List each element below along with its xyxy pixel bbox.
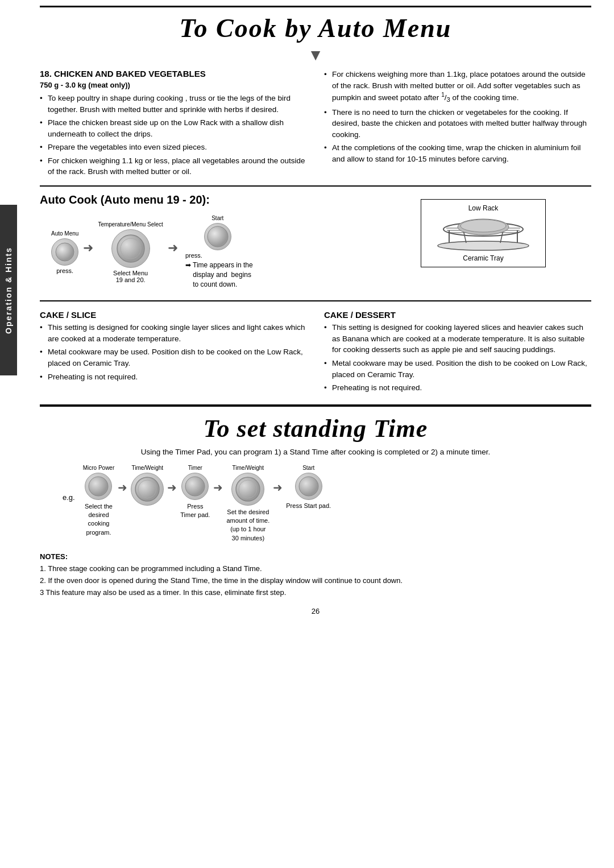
step-temp-menu: Temperature/Menu Select Se bbox=[98, 221, 163, 283]
standing-arrow3-icon: ➜ bbox=[213, 481, 223, 494]
list-item: This setting is designed for cooking sin… bbox=[40, 322, 307, 344]
chicken-col-left: 18. CHICKEN AND BAKED VEGETABLES 750 g -… bbox=[40, 69, 307, 180]
standing-arrow2-icon: ➜ bbox=[167, 481, 177, 494]
standing-arrow1-icon: ➜ bbox=[118, 481, 127, 494]
step3-label-bottom: press. bbox=[185, 252, 202, 259]
step-start: Start press. ➡ bbox=[182, 215, 253, 289]
standing-step4: Time/Weight Set the desiredamount of tim… bbox=[226, 465, 269, 543]
eg-label: e.g. bbox=[63, 465, 75, 502]
note-3: 3 This feature may also be used as a tim… bbox=[40, 587, 591, 599]
list-item: There is no need to turn the chicken or … bbox=[324, 107, 591, 140]
step2-label-bottom: Select Menu 19 and 20. bbox=[113, 270, 148, 283]
step1-label-top: Auto Menu bbox=[51, 230, 78, 237]
list-item: Prepare the vegetables into even sized p… bbox=[40, 142, 307, 153]
page-wrapper: Operation & Hints To Cook by Auto Menu ▼… bbox=[0, 0, 614, 868]
cake-dessert-col: CAKE / DESSERT This setting is designed … bbox=[324, 310, 591, 395]
note-2: 2. If the oven door is opened during the… bbox=[40, 575, 591, 587]
cake-slice-col: CAKE / SLICE This setting is designed fo… bbox=[40, 310, 307, 395]
svg-point-1 bbox=[117, 235, 144, 262]
chicken-bullets-right: For chickens weighing more than 1.1kg, p… bbox=[324, 69, 591, 164]
temp-menu-button bbox=[111, 229, 150, 268]
list-item: At the completions of the cooking time, … bbox=[324, 142, 591, 164]
standing-step3-top: Timer bbox=[188, 465, 202, 471]
svg-point-15 bbox=[89, 477, 108, 496]
rack-diagram: Low Rack bbox=[421, 199, 546, 267]
arrow1-icon: ➜ bbox=[83, 241, 93, 255]
page-number: 26 bbox=[40, 607, 591, 621]
standing-step5-bottom: Press Start pad. bbox=[286, 502, 331, 509]
list-item: Preheating is not required. bbox=[40, 371, 307, 383]
chicken-heading: 18. CHICKEN AND BAKED VEGETABLES bbox=[40, 69, 307, 78]
side-tab: Operation & Hints bbox=[0, 205, 17, 375]
side-tab-label: Operation & Hints bbox=[4, 247, 13, 334]
start-button2 bbox=[295, 473, 322, 500]
step2-label-top: Temperature/Menu Select bbox=[98, 221, 163, 228]
standing-description: Using the Timer Pad, you can program 1) … bbox=[40, 448, 591, 456]
standing-step3: Timer PressTimer pad. bbox=[180, 465, 210, 520]
svg-point-0 bbox=[56, 243, 74, 261]
step-auto-menu: Auto Menu press. bbox=[51, 230, 78, 274]
standing-step4-top: Time/Weight bbox=[233, 465, 264, 471]
svg-point-14 bbox=[460, 220, 506, 232]
chicken-subheading: 750 g - 3.0 kg (meat only)) bbox=[40, 81, 307, 89]
auto-cook-section: Auto Cook (Auto menu 19 - 20): Auto Menu bbox=[40, 187, 591, 301]
list-item: This setting is designed for cooking lay… bbox=[324, 322, 591, 356]
list-item: Metal cookware may be used. Position the… bbox=[324, 358, 591, 380]
main-content: To Cook by Auto Menu ▼ 18. CHICKEN AND B… bbox=[17, 0, 614, 633]
cake-slice-bullets: This setting is designed for cooking sin… bbox=[40, 322, 307, 382]
note-1: 1. Three stage cooking can be programmed… bbox=[40, 563, 591, 575]
chicken-bullets-left: To keep poultry in shape during cooking … bbox=[40, 93, 307, 177]
notes-title: NOTES: bbox=[40, 551, 591, 563]
chicken-col-right: For chickens weighing more than 1.1kg, p… bbox=[324, 69, 591, 180]
svg-point-18 bbox=[185, 477, 205, 496]
timer-button bbox=[181, 473, 209, 500]
notes-section: NOTES: 1. Three stage cooking can be pro… bbox=[40, 551, 591, 598]
list-item: Place the chicken breast side up on the … bbox=[40, 117, 307, 139]
start-button bbox=[204, 223, 231, 250]
cook-auto-menu-section: To Cook by Auto Menu ▼ 18. CHICKEN AND B… bbox=[40, 6, 591, 187]
auto-cook-right: Low Rack bbox=[375, 193, 591, 292]
standing-step3-bottom: PressTimer pad. bbox=[180, 502, 210, 520]
standing-step2-top: Time/Weight bbox=[131, 465, 163, 471]
standing-step1: Micro Power Select thedesiredcookingprog… bbox=[83, 465, 115, 538]
list-item: Metal cookware may be used. Position dis… bbox=[40, 346, 307, 369]
arrow2-icon: ➜ bbox=[168, 241, 178, 255]
list-item: Preheating is not required. bbox=[324, 382, 591, 394]
auto-cook-title: Auto Cook (Auto menu 19 - 20): bbox=[40, 193, 364, 206]
list-item: To keep poultry in shape during cooking … bbox=[40, 93, 307, 115]
standing-step1-top: Micro Power bbox=[83, 465, 115, 471]
standing-step5: Start Press Start pad. bbox=[286, 465, 331, 509]
step3-desc: ➡ Time appears in the display and begins… bbox=[185, 261, 253, 289]
time-weight-button2 bbox=[231, 473, 264, 506]
standing-arrow4-icon: ➜ bbox=[273, 481, 283, 494]
svg-point-21 bbox=[299, 477, 318, 496]
chicken-two-col: 18. CHICKEN AND BAKED VEGETABLES 750 g -… bbox=[40, 69, 591, 180]
auto-cook-left: Auto Cook (Auto menu 19 - 20): Auto Menu bbox=[40, 193, 364, 292]
standing-step4-bottom: Set the desiredamount of time.(up to 1 h… bbox=[226, 508, 269, 543]
main-title-cook: To Cook by Auto Menu bbox=[40, 7, 591, 46]
standing-step1-bottom: Select thedesiredcookingprogram. bbox=[85, 502, 113, 538]
cake-dessert-bullets: This setting is designed for cooking lay… bbox=[324, 322, 591, 393]
standing-title: To set standing Time bbox=[40, 410, 591, 448]
svg-point-19 bbox=[236, 477, 260, 501]
cakes-section: CAKE / SLICE This setting is designed fo… bbox=[40, 301, 591, 405]
cake-dessert-heading: CAKE / DESSERT bbox=[324, 310, 591, 320]
standing-step5-top: Start bbox=[302, 465, 314, 471]
micro-power-button bbox=[85, 473, 112, 500]
standing-time-section: To set standing Time Using the Timer Pad… bbox=[40, 406, 591, 599]
list-item: For chicken weighing 1.1 kg or less, pla… bbox=[40, 155, 307, 177]
rack-svg bbox=[432, 214, 534, 251]
step3-label-top: Start bbox=[211, 215, 223, 221]
auto-cook-steps-row: Auto Menu press. ➜ bbox=[51, 215, 364, 289]
standing-step2: Time/Weight bbox=[131, 465, 164, 508]
list-item: For chickens weighing more than 1.1kg, p… bbox=[324, 69, 591, 105]
standing-steps-container: e.g. Micro Power Select thedesired bbox=[63, 465, 591, 543]
svg-point-4 bbox=[438, 241, 529, 250]
step1-label-bottom: press. bbox=[56, 267, 73, 274]
title-arrow-icon: ▼ bbox=[40, 46, 591, 64]
rack-label-bottom: Ceramic Tray bbox=[428, 254, 538, 262]
rack-label-top: Low Rack bbox=[428, 204, 538, 212]
auto-menu-button bbox=[51, 238, 78, 266]
cake-slice-heading: CAKE / SLICE bbox=[40, 310, 307, 320]
svg-point-3 bbox=[208, 226, 228, 247]
